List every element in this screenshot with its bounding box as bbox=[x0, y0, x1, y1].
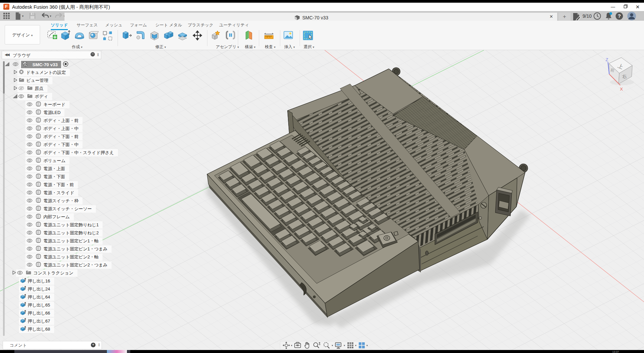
svg-text:X: X bbox=[620, 87, 623, 92]
svg-text:Z: Z bbox=[606, 57, 608, 62]
svg-text:?: ? bbox=[618, 13, 621, 19]
